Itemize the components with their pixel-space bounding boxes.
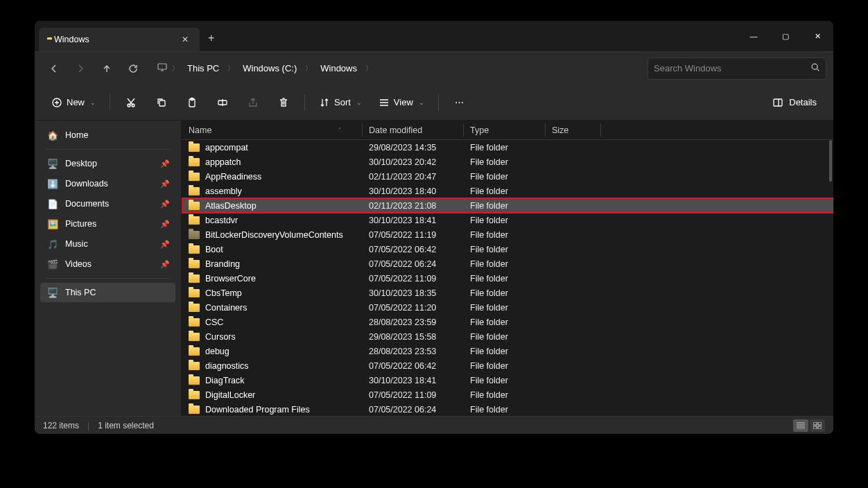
folder-icon [189, 260, 200, 268]
table-row[interactable]: Boot07/05/2022 06:42File folder [182, 242, 833, 256]
crumb-windows[interactable]: Windows [316, 60, 361, 76]
file-name: CSC [205, 317, 223, 327]
sidebar-item-music[interactable]: 🎵Music📌 [40, 234, 175, 254]
table-row[interactable]: Branding07/05/2022 06:24File folder [182, 256, 833, 271]
sidebar-item-videos[interactable]: 🎬Videos📌 [40, 254, 175, 274]
close-tab-button[interactable]: ✕ [177, 33, 193, 46]
file-date: 02/11/2023 21:08 [362, 201, 463, 211]
copy-button[interactable] [148, 91, 175, 114]
folder-icon [189, 173, 200, 181]
selection-count: 1 item selected [98, 421, 154, 430]
up-button[interactable] [94, 56, 119, 81]
file-name: Containers [205, 303, 247, 313]
col-resize[interactable] [545, 123, 546, 137]
back-button[interactable] [42, 56, 67, 81]
table-row[interactable]: DigitalLocker07/05/2022 11:09File folder [182, 387, 833, 402]
table-row[interactable]: AtlasDesktop02/11/2023 21:08File folder [182, 198, 833, 213]
file-date: 07/05/2022 11:09 [362, 274, 463, 284]
file-name: assembly [205, 186, 242, 196]
table-row[interactable]: assembly30/10/2023 18:40File folder [182, 184, 833, 198]
table-row[interactable]: Downloaded Program Files07/05/2022 06:24… [182, 402, 833, 416]
file-date: 28/08/2023 23:53 [362, 347, 463, 356]
new-button[interactable]: New ⌄ [44, 91, 103, 114]
table-row[interactable]: appcompat29/08/2023 14:35File folder [182, 140, 833, 155]
col-size[interactable]: Size [545, 125, 600, 135]
sidebar-item-label: Documents [65, 199, 109, 209]
file-name: debug [205, 347, 229, 356]
folder-icon [189, 318, 200, 326]
rename-button[interactable] [209, 91, 236, 114]
file-type: File folder [463, 390, 545, 400]
window-controls: — ▢ ✕ [738, 25, 833, 47]
svg-rect-5 [159, 101, 165, 106]
cut-button[interactable] [117, 91, 145, 114]
col-name[interactable]: Name˄ [182, 125, 362, 135]
table-row[interactable]: BitLockerDiscoveryVolumeContents07/05/20… [182, 227, 833, 242]
search-input[interactable] [654, 63, 810, 73]
delete-button[interactable] [270, 91, 297, 114]
table-row[interactable]: apppatch30/10/2023 20:42File folder [182, 155, 833, 169]
search-box[interactable] [648, 58, 826, 80]
maximize-button[interactable]: ▢ [770, 25, 801, 47]
sidebar-thispc[interactable]: 🖥️ This PC [40, 283, 175, 302]
toolbar: New ⌄ Sort ⌄ View ⌄ ⋯ Details [35, 85, 833, 121]
file-list[interactable]: appcompat29/08/2023 14:35File folderappp… [182, 140, 833, 416]
sidebar-item-label: Downloads [65, 179, 108, 189]
file-type: File folder [463, 303, 545, 313]
sidebar-item-pictures[interactable]: 🖼️Pictures📌 [40, 214, 175, 234]
table-row[interactable]: AppReadiness02/11/2023 20:47File folder [182, 169, 833, 184]
table-row[interactable]: diagnostics07/05/2022 06:42File folder [182, 358, 833, 373]
file-type: File folder [463, 317, 545, 327]
search-icon[interactable] [810, 62, 820, 74]
file-name: DigitalLocker [205, 390, 255, 400]
close-window-button[interactable]: ✕ [801, 25, 833, 47]
share-button[interactable] [239, 91, 267, 114]
table-row[interactable]: bcastdvr30/10/2023 18:41File folder [182, 213, 833, 227]
table-row[interactable]: debug28/08/2023 23:53File folder [182, 344, 833, 358]
sidebar-item-downloads[interactable]: ⬇️Downloads📌 [40, 174, 175, 193]
sidebar-home[interactable]: 🏠 Home [40, 125, 175, 145]
col-date[interactable]: Date modified [362, 125, 463, 135]
forward-button[interactable] [68, 56, 93, 81]
file-name: Cursors [205, 332, 236, 342]
folder-icon [189, 391, 200, 399]
pin-icon: 📌 [160, 200, 170, 209]
file-type: File folder [463, 376, 545, 385]
table-row[interactable]: Cursors29/08/2023 15:58File folder [182, 329, 833, 344]
scrollbar-thumb[interactable] [829, 140, 832, 182]
crumb-thispc[interactable]: This PC [183, 60, 223, 76]
breadcrumb[interactable]: 〉 This PC 〉 Windows (C:) 〉 Windows 〉 [151, 60, 642, 76]
sort-button[interactable]: Sort ⌄ [312, 91, 369, 114]
col-resize[interactable] [600, 123, 601, 137]
file-name: bcastdvr [205, 216, 238, 225]
col-resize[interactable] [362, 123, 363, 137]
folder-icon [189, 304, 200, 312]
file-date: 07/05/2022 06:24 [362, 405, 463, 415]
table-row[interactable]: BrowserCore07/05/2022 11:09File folder [182, 271, 833, 286]
sidebar-item-documents[interactable]: 📄Documents📌 [40, 194, 175, 214]
sidebar-label: Home [65, 130, 88, 140]
pc-icon [157, 62, 168, 76]
paste-button[interactable] [178, 91, 206, 114]
minimize-button[interactable]: — [738, 25, 770, 47]
table-row[interactable]: CSC28/08/2023 23:59File folder [182, 315, 833, 329]
details-view-button[interactable] [793, 419, 808, 432]
separator: | [87, 421, 89, 430]
new-label: New [67, 97, 85, 107]
col-type[interactable]: Type [463, 125, 545, 135]
table-row[interactable]: DiagTrack30/10/2023 18:41File folder [182, 373, 833, 387]
crumb-drive[interactable]: Windows (C:) [238, 60, 301, 76]
details-pane-button[interactable]: Details [765, 97, 824, 108]
more-button[interactable]: ⋯ [446, 91, 474, 114]
new-tab-button[interactable]: + [200, 26, 223, 50]
refresh-button[interactable] [121, 56, 146, 81]
sidebar-item-desktop[interactable]: 🖥️Desktop📌 [40, 154, 175, 173]
thumbnails-view-button[interactable] [810, 419, 825, 432]
status-bar: 122 items | 1 item selected [35, 416, 833, 434]
col-resize[interactable] [463, 123, 464, 137]
view-button[interactable]: View ⌄ [372, 91, 431, 114]
table-row[interactable]: Containers07/05/2022 11:20File folder [182, 300, 833, 315]
file-date: 02/11/2023 20:47 [362, 172, 463, 182]
table-row[interactable]: CbsTemp30/10/2023 18:35File folder [182, 286, 833, 300]
tab-windows[interactable]: Windows ✕ [39, 28, 200, 51]
